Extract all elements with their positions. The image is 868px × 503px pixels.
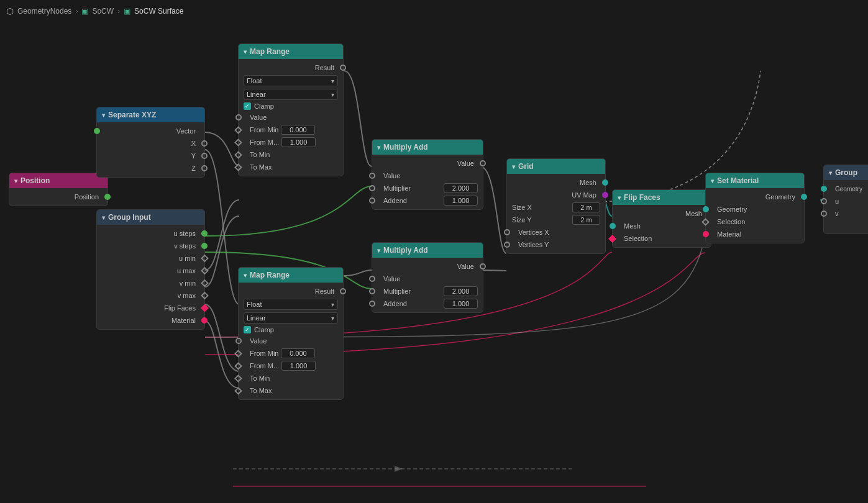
- sep-y-socket[interactable]: [201, 153, 208, 159]
- mr2-frommax-input[interactable]: [281, 361, 316, 371]
- ma2-value-out-socket[interactable]: [480, 263, 486, 270]
- grid-sizex-input[interactable]: [572, 202, 600, 212]
- mr1-linear-select[interactable]: Linear Stepped Linear Smooth Step: [244, 89, 338, 100]
- mr1-value-in-socket[interactable]: [235, 114, 242, 120]
- mr2-linear-select[interactable]: Linear Stepped Linear: [244, 312, 338, 324]
- grid-title: Grid: [518, 162, 534, 171]
- breadcrumb-socw[interactable]: SoCW: [92, 7, 114, 16]
- group-input-header[interactable]: ▾ Group Input: [97, 210, 204, 225]
- ma2-addend-input[interactable]: [444, 299, 478, 309]
- ff-mesh-in-socket[interactable]: [610, 223, 616, 229]
- grp-v-socket[interactable]: [821, 211, 827, 217]
- gi-umax-socket[interactable]: [201, 267, 209, 275]
- sm-geo-in-socket[interactable]: [703, 206, 709, 212]
- ma2-mult-socket[interactable]: [369, 288, 375, 294]
- gi-flipfaces-socket[interactable]: [201, 304, 209, 312]
- mr2-tomin-socket[interactable]: [234, 374, 242, 383]
- grp-collapse-icon[interactable]: ▾: [829, 170, 832, 176]
- mr2-result-label: Result: [315, 288, 334, 295]
- gi-usteps-socket[interactable]: [201, 230, 208, 237]
- ma2-header[interactable]: ▾ Multiply Add: [372, 243, 483, 258]
- ma1-header[interactable]: ▾ Multiply Add: [372, 140, 483, 155]
- group-input-title: Group Input: [108, 213, 151, 222]
- sep-vector-socket[interactable]: [94, 128, 100, 134]
- ma1-addend-socket[interactable]: [369, 197, 375, 204]
- mr2-clamp-checkbox[interactable]: ✓: [244, 326, 251, 333]
- sep-collapse-icon[interactable]: ▾: [102, 112, 105, 119]
- grid-verty-socket[interactable]: [504, 242, 510, 248]
- set-material-header[interactable]: ▾ Set Material: [706, 173, 804, 188]
- mr2-tomax-socket[interactable]: [234, 387, 242, 395]
- mr2-collapse-icon[interactable]: ▾: [244, 272, 247, 279]
- mr1-result-socket[interactable]: [340, 65, 346, 71]
- gi-umin-socket[interactable]: [201, 255, 209, 263]
- grid-sizey-input[interactable]: [572, 215, 600, 225]
- grid-vertx-socket[interactable]: [504, 229, 510, 235]
- map-range-1-header[interactable]: ▾ Map Range: [239, 44, 343, 59]
- flip-faces-header[interactable]: ▾ Flip Faces: [613, 190, 711, 205]
- gi-collapse-icon[interactable]: ▾: [102, 214, 105, 221]
- breadcrumb-socw-surface[interactable]: SoCW Surface: [134, 7, 183, 16]
- mr1-frommin-input[interactable]: [281, 125, 315, 135]
- mr1-tomax-socket[interactable]: [234, 163, 242, 171]
- sep-x-socket[interactable]: [201, 140, 208, 147]
- mr2-frommin-socket[interactable]: [234, 350, 242, 358]
- ma1-mult-socket[interactable]: [369, 185, 375, 191]
- grp-u-socket[interactable]: [821, 198, 827, 204]
- grid-header[interactable]: ▾ Grid: [507, 159, 605, 174]
- ma1-addend-input[interactable]: [444, 196, 478, 206]
- ff-selection-label: Selection: [624, 235, 652, 242]
- map-range-2-header[interactable]: ▾ Map Range: [239, 268, 343, 283]
- ff-selection-socket[interactable]: [608, 235, 616, 243]
- flip-faces-node: ▾ Flip Faces Mesh Mesh Selection: [612, 189, 711, 248]
- mr1-frommax-input[interactable]: [281, 137, 316, 147]
- mr1-frommin-socket[interactable]: [234, 126, 242, 134]
- mr2-value-in-socket[interactable]: [235, 338, 242, 344]
- sep-z-label: Z: [191, 165, 196, 172]
- gi-material-socket[interactable]: [201, 317, 208, 324]
- mr1-clamp-checkbox[interactable]: ✓: [244, 102, 251, 110]
- mr2-result-socket[interactable]: [340, 288, 346, 294]
- collapse-icon[interactable]: ▾: [14, 178, 17, 184]
- gi-vmax-socket[interactable]: [201, 292, 209, 300]
- ma2-collapse-icon[interactable]: ▾: [377, 247, 380, 254]
- breadcrumb-geo-icon: ⬡: [6, 6, 14, 16]
- mr1-float-select[interactable]: Float Integer: [244, 75, 338, 86]
- sm-collapse-icon[interactable]: ▾: [711, 178, 714, 184]
- grid-verty-label: Vertices Y: [518, 241, 549, 248]
- mr2-clamp-row: ✓ Clamp: [239, 325, 343, 335]
- map-range-2-node: ▾ Map Range Result Float Integer Linear …: [238, 267, 344, 400]
- ma1-mult-label: Multiplier: [383, 184, 411, 192]
- breadcrumb-geometry-nodes[interactable]: GeometryNodes: [17, 7, 71, 16]
- mr2-float-select[interactable]: Float Integer: [244, 299, 338, 310]
- ma1-collapse-icon[interactable]: ▾: [377, 144, 380, 151]
- mr1-frommax-socket[interactable]: [234, 138, 242, 147]
- group-header[interactable]: ▾ Group: [824, 165, 868, 180]
- mr1-collapse-icon[interactable]: ▾: [244, 48, 247, 55]
- ma2-addend-socket[interactable]: [369, 301, 375, 307]
- sm-geo-out-socket[interactable]: [801, 194, 807, 200]
- sep-y-label: Y: [191, 152, 196, 160]
- grid-uvmap-out-socket[interactable]: [602, 192, 608, 198]
- ff-collapse-icon[interactable]: ▾: [618, 194, 621, 201]
- mr2-frommax-socket[interactable]: [234, 362, 242, 370]
- ma1-value-out-socket[interactable]: [480, 160, 486, 166]
- ma2-value-in-socket[interactable]: [369, 276, 375, 282]
- position-output-socket[interactable]: [104, 194, 111, 200]
- position-header[interactable]: ▾ Position: [9, 173, 107, 188]
- sm-material-socket[interactable]: [703, 231, 709, 237]
- ma1-mult-input[interactable]: [444, 183, 478, 193]
- ma2-mult-input[interactable]: [444, 286, 478, 296]
- grid-collapse-icon[interactable]: ▾: [512, 163, 515, 170]
- gi-vsteps-socket[interactable]: [201, 243, 208, 249]
- mr2-frommin-input[interactable]: [281, 348, 315, 358]
- mr1-tomin-socket[interactable]: [234, 151, 242, 159]
- gi-vmin-socket[interactable]: [201, 279, 209, 288]
- grid-mesh-out-socket[interactable]: [602, 179, 608, 186]
- mr2-tomax-label: To Max: [250, 387, 272, 394]
- separate-xyz-header[interactable]: ▾ Separate XYZ: [97, 107, 204, 122]
- sep-z-socket[interactable]: [201, 165, 208, 171]
- grp-geo-socket[interactable]: [821, 186, 827, 192]
- ma1-value-in-socket[interactable]: [369, 173, 375, 179]
- ma2-addend-label: Addend: [383, 300, 407, 307]
